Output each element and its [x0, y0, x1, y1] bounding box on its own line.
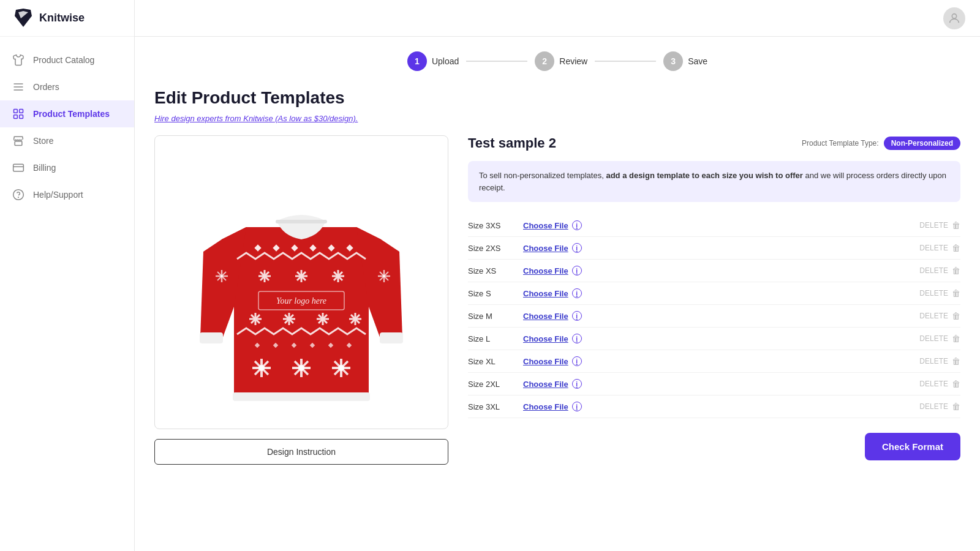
svg-point-61 [353, 317, 357, 321]
table-row: Size 2XS Choose File i DELETE 🗑 [468, 237, 960, 260]
step-2-label: Review [559, 56, 587, 66]
delete-button-0[interactable]: DELETE 🗑 [919, 220, 960, 230]
sidebar-item-label: Help/Support [33, 190, 83, 200]
info-icon[interactable]: i [572, 266, 582, 276]
svg-rect-17 [380, 332, 403, 343]
delete-button-8[interactable]: DELETE 🗑 [919, 402, 960, 411]
step-2-circle: 2 [535, 51, 554, 71]
stepper: 1 Upload 2 Review 3 Save [154, 51, 960, 71]
templates-icon [12, 108, 24, 120]
store-icon [12, 135, 24, 147]
sidebar-item-product-catalog[interactable]: Product Catalog [0, 47, 134, 73]
table-row: Size S Choose File i DELETE 🗑 [468, 282, 960, 305]
size-label: Size S [468, 289, 523, 298]
trash-icon: 🗑 [952, 334, 960, 343]
svg-point-34 [300, 274, 303, 278]
logo: Knitwise [0, 0, 134, 37]
trash-icon: 🗑 [952, 243, 960, 253]
table-row: Size L Choose File i DELETE 🗑 [468, 328, 960, 350]
choose-file-text: Choose File [523, 357, 568, 366]
sidebar-item-orders[interactable]: Orders [0, 73, 134, 100]
sizes-container: Test sample 2 Product Template Type: Non… [468, 135, 960, 460]
delete-button-5[interactable]: DELETE 🗑 [919, 334, 960, 343]
info-icon[interactable]: i [572, 220, 582, 230]
info-icon[interactable]: i [572, 356, 582, 366]
delete-label: DELETE [919, 402, 948, 411]
sidebar-item-billing[interactable]: Billing [0, 154, 134, 181]
step-line-2 [595, 61, 656, 62]
info-icon[interactable]: i [572, 311, 582, 321]
design-instruction-button[interactable]: Design Instruction [154, 439, 448, 465]
choose-file-link-8[interactable]: Choose File i [523, 402, 919, 411]
size-label: Size 2XS [468, 244, 523, 253]
knitwise-logo-icon [12, 7, 34, 29]
template-type-badge: Non-Personalized [884, 137, 960, 150]
table-row: Size M Choose File i DELETE 🗑 [468, 305, 960, 328]
hire-link[interactable]: Hire design experts from Knitwise (As lo… [154, 114, 358, 123]
trash-icon: 🗑 [952, 402, 960, 411]
delete-label: DELETE [919, 244, 948, 252]
svg-rect-18 [233, 392, 370, 401]
svg-point-72 [258, 365, 265, 371]
sidebar-item-product-templates[interactable]: Product Templates [0, 100, 134, 127]
step-line-1 [466, 61, 527, 62]
info-icon[interactable]: i [572, 288, 582, 298]
delete-button-1[interactable]: DELETE 🗑 [919, 243, 960, 253]
svg-point-51 [287, 317, 291, 321]
svg-rect-8 [20, 115, 23, 119]
sidebar-item-label: Product Templates [33, 109, 110, 119]
choose-file-link-2[interactable]: Choose File i [523, 266, 919, 276]
svg-point-56 [321, 317, 325, 321]
sidebar-item-label: Product Catalog [33, 55, 94, 65]
sidebar-item-label: Orders [33, 82, 59, 92]
delete-button-2[interactable]: DELETE 🗑 [919, 266, 960, 276]
table-row: Size XS Choose File i DELETE 🗑 [468, 260, 960, 282]
choose-file-text: Choose File [523, 402, 568, 411]
orders-icon [12, 81, 24, 93]
choose-file-link-6[interactable]: Choose File i [523, 356, 919, 366]
choose-file-link-5[interactable]: Choose File i [523, 334, 919, 343]
delete-label: DELETE [919, 312, 948, 320]
info-icon[interactable]: i [572, 402, 582, 411]
step-1-label: Upload [432, 56, 459, 66]
delete-button-4[interactable]: DELETE 🗑 [919, 311, 960, 321]
product-header: Test sample 2 Product Template Type: Non… [468, 135, 960, 151]
size-label: Size 3XS [468, 221, 523, 230]
table-row: Size 3XS Choose File i DELETE 🗑 [468, 214, 960, 237]
choose-file-link-3[interactable]: Choose File i [523, 288, 919, 298]
check-format-button[interactable]: Check Format [865, 433, 960, 460]
help-icon [12, 189, 24, 201]
page-title: Edit Product Templates [154, 88, 960, 108]
delete-button-6[interactable]: DELETE 🗑 [919, 356, 960, 366]
choose-file-link-0[interactable]: Choose File i [523, 220, 919, 230]
sidebar-item-label: Store [33, 136, 53, 146]
size-label: Size 3XL [468, 402, 523, 411]
choose-file-text: Choose File [523, 221, 568, 230]
info-icon[interactable]: i [572, 243, 582, 253]
svg-point-82 [338, 365, 344, 371]
table-row: Size 3XL Choose File i DELETE 🗑 [468, 395, 960, 418]
sidebar-item-help-support[interactable]: Help/Support [0, 181, 134, 208]
main-content: 1 Upload 2 Review 3 Save Edit Product Te… [135, 0, 980, 551]
choose-file-link-4[interactable]: Choose File i [523, 311, 919, 321]
step-2: 2 Review [535, 51, 587, 71]
delete-button-3[interactable]: DELETE 🗑 [919, 288, 960, 298]
avatar[interactable] [943, 7, 965, 29]
info-text-plain: To sell non-personalized templates, [479, 171, 604, 180]
choose-file-link-7[interactable]: Choose File i [523, 379, 919, 389]
step-1: 1 Upload [407, 51, 459, 71]
svg-rect-15 [276, 220, 327, 223]
sidebar-item-store[interactable]: Store [0, 127, 134, 154]
content-area: 1 Upload 2 Review 3 Save Edit Product Te… [135, 37, 980, 551]
trash-icon: 🗑 [952, 379, 960, 389]
size-label: Size M [468, 312, 523, 321]
svg-rect-6 [20, 110, 23, 113]
sidebar-nav: Product Catalog Orders Product Templates [0, 37, 134, 551]
svg-rect-10 [13, 164, 24, 171]
info-icon[interactable]: i [572, 379, 582, 389]
delete-button-7[interactable]: DELETE 🗑 [919, 379, 960, 389]
svg-point-77 [298, 365, 304, 371]
info-icon[interactable]: i [572, 334, 582, 343]
choose-file-link-1[interactable]: Choose File i [523, 243, 919, 253]
delete-label: DELETE [919, 221, 948, 230]
